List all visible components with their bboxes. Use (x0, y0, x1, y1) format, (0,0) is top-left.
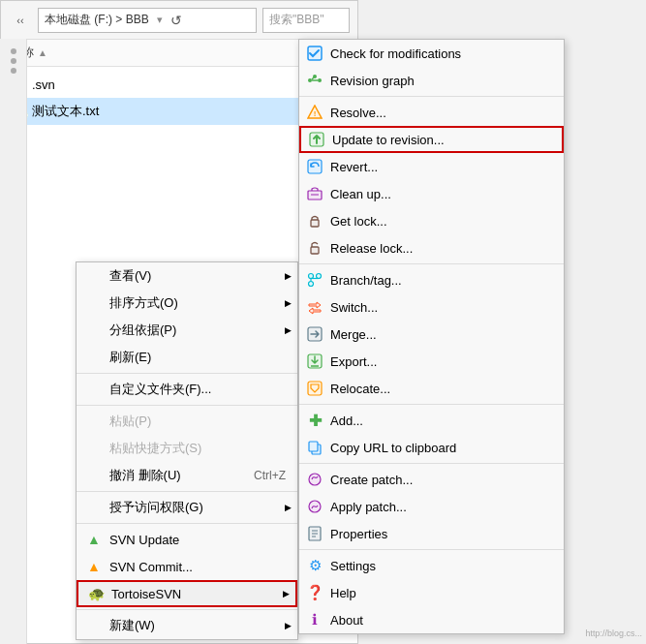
paste-shortcut-icon (84, 439, 104, 458)
get-lock-icon (305, 211, 324, 230)
tsub-item-revision-graph[interactable]: Revision graph (299, 67, 564, 94)
resolve-icon: ! (305, 103, 324, 122)
ctx-separator (77, 405, 297, 406)
tsub-label-merge: Merge... (330, 327, 377, 342)
view-icon (84, 266, 104, 286)
tsub-label-about: About (330, 613, 363, 628)
svg-point-13 (309, 274, 314, 279)
update-to-revision-icon (307, 130, 326, 149)
tsub-item-help[interactable]: ❓ Help (299, 579, 564, 606)
context-menu-item-view[interactable]: 查看(V) (77, 262, 297, 290)
context-menu-item-refresh[interactable]: 刷新(E) (77, 344, 297, 371)
tsub-item-resolve[interactable]: ! Resolve... (299, 99, 564, 126)
tsub-item-switch[interactable]: Switch... (299, 293, 564, 321)
svg-point-14 (317, 274, 322, 279)
check-modifications-icon (305, 44, 324, 63)
tsub-item-properties[interactable]: Properties (299, 520, 564, 547)
refresh-button[interactable]: ↺ (170, 13, 182, 28)
copy-url-icon (305, 438, 324, 457)
back-button[interactable]: ‹‹ (9, 9, 32, 32)
ctx-label-group: 分组依据(P) (109, 322, 286, 339)
context-menu-item-permissions[interactable]: 授予访问权限(G) (77, 494, 297, 521)
context-menu-item-sort[interactable]: 排序方式(O) (77, 290, 297, 317)
branch-tag-icon (305, 270, 324, 290)
tsub-item-add[interactable]: ✚ Add... (299, 407, 564, 434)
tsub-item-get-lock[interactable]: Get lock... (299, 207, 564, 234)
sidebar-dot (11, 48, 16, 54)
path-text: 本地磁盘 (F:) > BBB (45, 12, 149, 28)
context-menu-item-group[interactable]: 分组依据(P) (77, 317, 297, 344)
merge-icon (305, 324, 324, 344)
tsub-item-revert[interactable]: Revert... (299, 153, 564, 180)
tsub-item-copy-url[interactable]: Copy URL to clipboard (299, 434, 564, 461)
context-menu-item-paste-shortcut[interactable]: 粘贴快捷方式(S) (77, 435, 297, 462)
tsub-label-release-lock: Release lock... (330, 241, 413, 256)
tsub-item-cleanup[interactable]: Clean up... (299, 180, 564, 207)
sort-ctx-icon (84, 293, 104, 313)
ctx-label-permissions: 授予访问权限(G) (109, 499, 286, 516)
tsub-separator (299, 263, 564, 264)
tortoise-submenu: Check for modifications Revision graph !… (298, 39, 565, 634)
new-icon (84, 616, 104, 635)
svg-point-1 (308, 78, 312, 82)
paste-icon (84, 412, 104, 431)
context-menu-item-paste[interactable]: 粘贴(P) (77, 408, 297, 435)
ctx-label-svn-update: SVN Update (109, 533, 286, 547)
tsub-item-export[interactable]: Export... (299, 348, 564, 375)
context-menu-item-svn-update[interactable]: ▲ SVN Update (77, 526, 297, 553)
ctx-separator (77, 491, 297, 492)
watermark-url: http://blog.cs... (585, 629, 642, 638)
tsub-item-update-to-revision[interactable]: Update to revision... (299, 126, 564, 153)
tsub-item-branch-tag[interactable]: Branch/tag... (299, 266, 564, 293)
tsub-item-relocate[interactable]: Relocate... (299, 375, 564, 402)
undo-icon (84, 466, 104, 485)
tsub-label-help: Help (330, 586, 356, 600)
tortoise-icon: 🐢 (86, 584, 106, 603)
tsub-label-add: Add... (330, 414, 363, 428)
tsub-item-merge[interactable]: Merge... (299, 321, 564, 348)
sort-icon[interactable]: ▲ (38, 47, 47, 58)
tsub-label-resolve: Resolve... (330, 106, 386, 120)
tsub-separator (299, 96, 564, 97)
path-bar[interactable]: 本地磁盘 (F:) > BBB ▾ ↺ (38, 8, 257, 33)
svg-point-23 (309, 474, 321, 485)
file-name: .svn (32, 77, 55, 92)
refresh-ctx-icon (84, 348, 104, 367)
create-patch-icon (305, 470, 324, 489)
svg-point-15 (309, 282, 314, 287)
context-menu-item-tortoise[interactable]: 🐢 TortoiseSVN (77, 580, 297, 607)
tsub-label-revision-graph: Revision graph (330, 74, 415, 88)
apply-patch-icon (305, 497, 324, 516)
tsub-label-check-modifications: Check for modifications (330, 46, 461, 61)
ctx-label-paste-shortcut: 粘贴快捷方式(S) (109, 440, 286, 457)
switch-icon (305, 297, 324, 317)
context-menu-item-new[interactable]: 新建(W) (77, 612, 297, 639)
ctx-label-new: 新建(W) (109, 617, 286, 634)
export-icon (305, 352, 324, 371)
tsub-item-about[interactable]: ℹ About (299, 606, 564, 633)
customize-icon (84, 380, 104, 399)
tsub-separator (299, 404, 564, 405)
tsub-label-settings: Settings (330, 559, 376, 573)
tsub-item-create-patch[interactable]: Create patch... (299, 466, 564, 493)
cleanup-icon (305, 184, 324, 203)
context-menu-item-svn-commit[interactable]: ▲ SVN Commit... (77, 553, 297, 580)
ctx-label-tortoise: TortoiseSVN (111, 587, 284, 601)
tsub-item-release-lock[interactable]: Release lock... (299, 234, 564, 261)
context-menu-item-undo[interactable]: 撤消 删除(U) Ctrl+Z (77, 462, 297, 489)
search-bar[interactable]: 搜索"BBB" (262, 8, 350, 33)
tsub-item-check-modifications[interactable]: Check for modifications (299, 40, 564, 67)
ctx-separator (77, 373, 297, 374)
ctx-label-customize: 自定义文件夹(F)... (109, 381, 286, 398)
left-sidebar (0, 39, 27, 644)
about-icon: ℹ (305, 610, 324, 629)
ctx-label-sort: 排序方式(O) (109, 294, 286, 312)
context-menu-item-customize[interactable]: 自定义文件夹(F)... (77, 376, 297, 403)
tsub-label-export: Export... (330, 354, 377, 369)
context-menu: 查看(V) 排序方式(O) 分组依据(P) 刷新(E) 自定义文件夹(F)...… (76, 261, 298, 640)
tsub-item-settings[interactable]: ⚙ Settings (299, 552, 564, 579)
tsub-item-apply-patch[interactable]: Apply patch... (299, 493, 564, 520)
tsub-separator (299, 463, 564, 464)
ctx-separator (77, 609, 297, 610)
path-dropdown-icon[interactable]: ▾ (157, 14, 163, 26)
